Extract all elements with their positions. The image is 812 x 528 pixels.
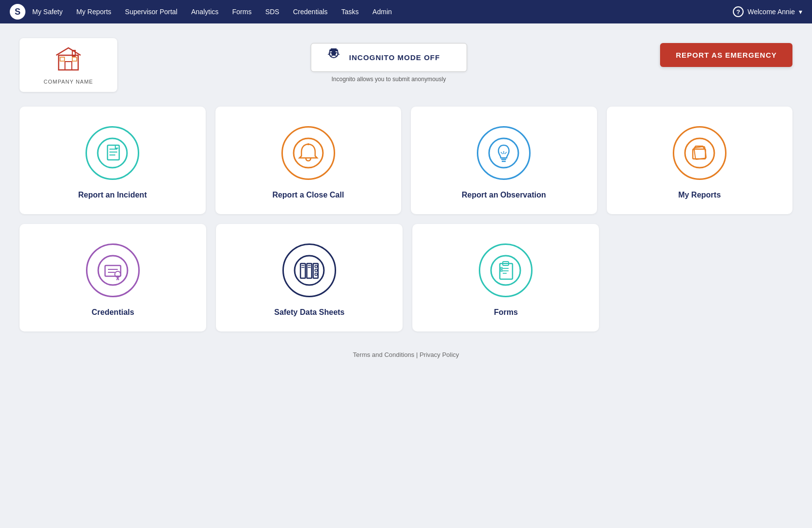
svg-rect-3 xyxy=(72,57,77,61)
company-name: COMPANY NAME xyxy=(43,79,93,85)
nav-link-tasks-nav[interactable]: Tasks xyxy=(342,8,359,16)
svg-point-48 xyxy=(491,256,520,285)
welcome-text: Welcome Annie xyxy=(748,8,795,16)
top-row: COMPANY NAME xyxy=(20,38,792,92)
svg-rect-54 xyxy=(501,267,502,269)
emergency-button[interactable]: REPORT AS EMERGENCY xyxy=(660,43,792,67)
safety-data-sheets-card-icon-circle xyxy=(282,243,336,297)
my-reports-card-icon-circle xyxy=(673,126,727,180)
safety-data-sheets-card-card[interactable]: Safety Data Sheets xyxy=(216,224,403,331)
svg-rect-31 xyxy=(105,265,121,276)
nav-link-my-reports-nav[interactable]: My Reports xyxy=(76,8,111,16)
svg-point-37 xyxy=(295,256,324,285)
svg-rect-29 xyxy=(694,146,706,159)
svg-line-36 xyxy=(118,277,119,280)
credentials-card-label: Credentials xyxy=(92,308,134,317)
svg-rect-8 xyxy=(331,48,337,50)
forms-card-card[interactable]: Forms xyxy=(412,224,599,331)
nav-link-credentials-nav[interactable]: Credentials xyxy=(293,8,328,16)
svg-rect-55 xyxy=(501,270,502,271)
credentials-card-icon-circle xyxy=(86,243,140,297)
report-close-call-label: Report a Close Call xyxy=(272,191,344,199)
report-close-call-card[interactable]: Report a Close Call xyxy=(215,107,402,214)
incognito-spy-icon xyxy=(325,48,342,66)
report-incident-card[interactable]: Report an Incident xyxy=(20,107,206,214)
svg-point-14 xyxy=(98,138,127,168)
incognito-button[interactable]: INCOGNITO MODE OFF xyxy=(311,43,467,72)
svg-point-45 xyxy=(315,265,318,268)
nav-links: My SafetyMy ReportsSupervisor PortalAnal… xyxy=(32,8,733,16)
terms-link[interactable]: Terms and Conditions xyxy=(353,351,414,358)
svg-point-19 xyxy=(294,138,323,168)
incognito-label: INCOGNITO MODE OFF xyxy=(349,53,440,62)
main-nav: S My SafetyMy ReportsSupervisor PortalAn… xyxy=(0,0,812,23)
dropdown-arrow-icon[interactable]: ▾ xyxy=(799,8,802,16)
footer-separator: | xyxy=(414,351,420,358)
svg-line-25 xyxy=(505,152,507,154)
svg-point-30 xyxy=(98,256,128,285)
report-observation-card[interactable]: Report an Observation xyxy=(411,107,597,214)
svg-point-6 xyxy=(331,51,336,56)
report-observation-icon-circle xyxy=(477,126,531,180)
credentials-card-card[interactable]: Credentials xyxy=(20,224,206,331)
nav-user-area[interactable]: ? Welcome Annie ▾ xyxy=(733,6,802,17)
nav-link-forms-nav[interactable]: Forms xyxy=(232,8,252,16)
nav-logo-letter: S xyxy=(15,7,21,17)
svg-point-46 xyxy=(315,269,318,272)
svg-point-27 xyxy=(685,138,714,168)
privacy-link[interactable]: Privacy Policy xyxy=(420,351,459,358)
my-reports-card-card[interactable]: My Reports xyxy=(607,107,793,214)
report-close-call-icon-circle xyxy=(281,126,335,180)
nav-link-analytics[interactable]: Analytics xyxy=(191,8,218,16)
svg-line-24 xyxy=(501,152,503,154)
safety-data-sheets-card-label: Safety Data Sheets xyxy=(274,308,344,317)
bottom-cards-grid: Credentials Safety Data Sheets xyxy=(20,224,599,331)
company-logo-box: COMPANY NAME xyxy=(20,38,117,92)
top-cards-grid: Report an Incident Report a Close Call xyxy=(20,107,792,214)
footer: Terms and Conditions | Privacy Policy xyxy=(20,351,792,358)
nav-link-my-safety[interactable]: My Safety xyxy=(32,8,63,16)
incognito-area: INCOGNITO MODE OFF Incognito allows you … xyxy=(311,43,467,83)
nav-logo[interactable]: S xyxy=(10,4,25,20)
forms-card-label: Forms xyxy=(494,308,518,317)
report-observation-label: Report an Observation xyxy=(462,191,546,199)
svg-point-47 xyxy=(315,273,318,276)
nav-link-admin-nav[interactable]: Admin xyxy=(372,8,392,16)
main-content: COMPANY NAME xyxy=(0,23,812,373)
company-logo-icon xyxy=(54,45,83,77)
svg-point-20 xyxy=(307,143,309,145)
incognito-sub: Incognito allows you to submit anonymous… xyxy=(332,76,446,83)
svg-rect-1 xyxy=(65,62,72,70)
nav-link-supervisor-portal[interactable]: Supervisor Portal xyxy=(125,8,177,16)
report-incident-icon-circle xyxy=(85,126,139,180)
nav-link-sds-nav[interactable]: SDS xyxy=(265,8,279,16)
forms-card-icon-circle xyxy=(479,243,533,297)
svg-rect-2 xyxy=(60,57,64,61)
report-incident-label: Report an Incident xyxy=(78,191,147,199)
my-reports-card-label: My Reports xyxy=(678,191,721,199)
help-icon[interactable]: ? xyxy=(733,6,744,17)
